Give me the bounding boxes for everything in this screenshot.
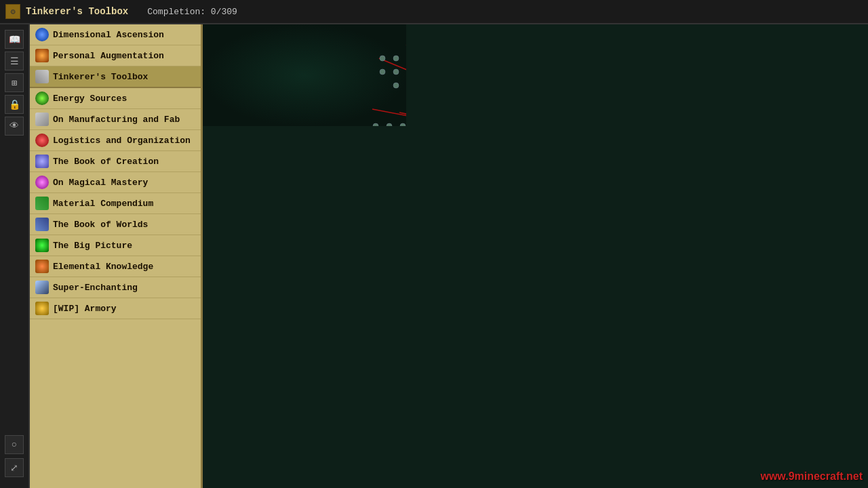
menu-item-tinkerer[interactable]: Tinkerer's Toolbox <box>30 66 201 88</box>
book-sidebar-icon[interactable]: 📖 <box>5 30 24 49</box>
grid-sidebar-icon[interactable]: ⊞ <box>5 73 24 92</box>
logistics-label: Logistics and Organization <box>53 136 191 146</box>
title-bar: ⚙ Tinkerer's Toolbox Completion: 0/309 <box>0 0 868 24</box>
menu-item-super[interactable]: Super-Enchanting <box>30 277 201 298</box>
book-creation-label: The Book of Creation <box>53 157 159 167</box>
svg-point-95 <box>380 56 385 61</box>
super-icon <box>35 281 49 294</box>
menu-item-magical[interactable]: On Magical Mastery <box>30 172 201 193</box>
svg-point-132 <box>393 83 399 88</box>
menu-item-worlds[interactable]: The Book of Worlds <box>30 214 201 235</box>
menu-panel: Dimensional AscensionPersonal Augmentati… <box>30 24 203 488</box>
completion-counter: Completion: 0/309 <box>147 7 237 17</box>
big-icon <box>35 239 49 252</box>
magical-icon <box>35 176 49 189</box>
manufacturing-icon <box>35 113 49 126</box>
menu-item-elemental[interactable]: Elemental Knowledge <box>30 256 201 277</box>
wip-label: [WIP] Armory <box>53 304 117 314</box>
svg-point-115 <box>393 69 399 75</box>
super-label: Super-Enchanting <box>53 283 138 293</box>
personal-label: Personal Augmentation <box>53 51 164 61</box>
elemental-icon <box>35 260 49 273</box>
menu-item-wip[interactable]: [WIP] Armory <box>30 298 201 319</box>
energy-label: Energy Sources <box>53 94 127 104</box>
menu-item-book-creation[interactable]: The Book of Creation <box>30 151 201 172</box>
tinkerer-label: Tinkerer's Toolbox <box>53 72 148 82</box>
menu-item-big[interactable]: The Big Picture <box>30 235 201 256</box>
worlds-label: The Book of Worlds <box>53 220 148 230</box>
dimensional-icon <box>35 28 49 41</box>
energy-icon <box>35 92 49 105</box>
app-title: Tinkerer's Toolbox <box>26 6 128 17</box>
svg-point-114 <box>380 69 385 75</box>
menu-item-dimensional[interactable]: Dimensional Ascension <box>30 24 201 45</box>
elemental-label: Elemental Knowledge <box>53 262 153 272</box>
big-label: The Big Picture <box>53 241 132 251</box>
menu-item-energy[interactable]: Energy Sources <box>30 88 201 109</box>
material-icon <box>35 197 49 210</box>
dimensional-label: Dimensional Ascension <box>53 30 164 40</box>
worlds-icon <box>35 218 49 231</box>
personal-icon <box>35 49 49 62</box>
arrows-sidebar-icon[interactable]: ⤢ <box>5 458 24 477</box>
menu-item-material[interactable]: Material Compendium <box>30 193 201 214</box>
app-icon: ⚙ <box>5 4 20 19</box>
icon-sidebar: 📖 ☰ ⊞ 🔒 👁 ○ ⤢ <box>0 24 30 488</box>
wip-icon <box>35 302 49 315</box>
main-content[interactable] <box>203 24 868 488</box>
menu-item-personal[interactable]: Personal Augmentation <box>30 45 201 66</box>
lock-sidebar-icon[interactable]: 🔒 <box>5 95 24 114</box>
list-sidebar-icon[interactable]: ☰ <box>5 52 24 70</box>
book-creation-icon <box>35 155 49 168</box>
tinkerer-icon <box>35 70 49 83</box>
eye-sidebar-icon[interactable]: 👁 <box>5 117 24 136</box>
menu-item-logistics[interactable]: Logistics and Organization <box>30 130 201 151</box>
svg-rect-0 <box>203 24 406 126</box>
magical-label: On Magical Mastery <box>53 178 148 188</box>
logistics-icon <box>35 134 49 147</box>
menu-item-manufacturing[interactable]: On Manufacturing and Fab <box>30 109 201 130</box>
watermark: www.9minecraft.net <box>760 470 863 483</box>
circle-sidebar-icon[interactable]: ○ <box>5 435 24 454</box>
manufacturing-label: On Manufacturing and Fab <box>53 115 180 125</box>
svg-point-96 <box>393 56 399 61</box>
tech-tree-svg <box>203 24 406 126</box>
material-label: Material Compendium <box>53 199 153 209</box>
